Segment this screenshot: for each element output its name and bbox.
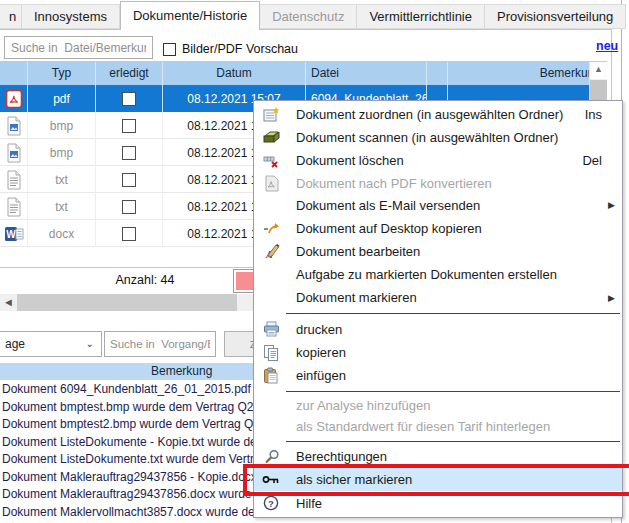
tab-dokumente-historie[interactable]: Dokumente/Historie <box>120 1 260 30</box>
menu-item-dokument-bearbeiten[interactable]: ADokument bearbeiten <box>254 240 622 263</box>
column-header-erledigt[interactable]: erledigt <box>96 62 163 85</box>
tab-innosystems[interactable]: Innosystems <box>22 4 120 29</box>
file-type-label: txt <box>28 166 96 193</box>
menu-item-label: Aufgabe zu markierten Dokumenten erstell… <box>296 267 557 282</box>
menu-item-drucken[interactable]: drucken <box>254 318 622 341</box>
menu-separator <box>286 313 620 314</box>
delete-icon <box>262 152 280 170</box>
menu-item-dokument-l-schen[interactable]: Dokument löschenDel <box>254 149 622 172</box>
history-search-input[interactable] <box>104 331 216 357</box>
column-header-datum[interactable]: Datum <box>163 62 306 85</box>
preview-checkbox-label: Bilder/PDF Vorschau <box>182 42 298 56</box>
column-header-icon[interactable] <box>0 62 28 85</box>
chevron-down-icon: ⌄ <box>86 332 94 356</box>
menu-item-shortcut: Del <box>582 153 602 168</box>
magnifier-icon <box>262 448 280 466</box>
menu-item-dokument-als-e-mail-versenden[interactable]: Dokument als E-Mail versenden▶︎ <box>254 194 622 217</box>
history-filter-dropdown[interactable]: age ⌄ <box>0 331 102 357</box>
copy-icon <box>262 343 280 361</box>
menu-item-label: Dokument markieren <box>296 290 417 305</box>
context-menu: Dokument zuordnen (in ausgewählten Ordne… <box>253 100 623 518</box>
menu-item-aufgabe-zu-markierten-dokumenten-erstellen[interactable]: Aufgabe zu markierten Dokumenten erstell… <box>254 263 622 286</box>
done-checkbox[interactable] <box>122 146 136 160</box>
menu-item-berechtigungen[interactable]: Berechtigungen <box>254 445 622 468</box>
menu-item-label: Dokument nach PDF konvertieren <box>296 176 492 191</box>
menu-item-kopieren[interactable]: kopieren <box>254 341 622 364</box>
menu-separator <box>286 441 620 442</box>
menu-item-dokument-auf-desktop-kopieren[interactable]: Dokument auf Desktop kopieren <box>254 217 622 240</box>
tab-strip: n InnosystemsDokumente/HistorieDatenschu… <box>0 0 629 30</box>
file-type-label: txt <box>28 193 96 220</box>
print-icon <box>262 320 280 338</box>
file-search-input[interactable] <box>4 36 153 59</box>
column-header-datei[interactable]: Datei <box>306 62 427 85</box>
done-checkbox-cell <box>96 112 163 139</box>
scroll-left-icon[interactable]: ◄︎ <box>0 294 17 311</box>
done-checkbox[interactable] <box>122 227 136 241</box>
menu-item-label: Hilfe <box>296 496 322 511</box>
done-checkbox-cell <box>96 85 163 112</box>
svg-text:W: W <box>6 229 16 240</box>
menu-item-zur-analyse-hinzuf-gen: zur Analyse hinzufügen <box>254 395 622 416</box>
menu-item-shortcut: Ins <box>585 107 602 122</box>
menu-item-label: Dokument zuordnen (in ausgewählten Ordne… <box>296 107 563 122</box>
done-checkbox[interactable] <box>122 173 136 187</box>
desktop-copy-icon <box>262 219 280 237</box>
docx-file-icon: W <box>0 220 28 247</box>
scrollbar-thumb[interactable] <box>17 294 237 311</box>
menu-item-hilfe[interactable]: ?Hilfe <box>254 491 622 514</box>
done-checkbox[interactable] <box>122 92 136 106</box>
paste-icon <box>262 366 280 384</box>
file-type-label: bmp <box>28 139 96 166</box>
menu-item-label: kopieren <box>296 345 346 360</box>
menu-item-dokument-zuordnen-in-ausgew-hlten-ordner[interactable]: Dokument zuordnen (in ausgewählten Ordne… <box>254 103 622 126</box>
menu-item-dokument-nach-pdf-konvertieren: Dokument nach PDF konvertieren <box>254 173 622 194</box>
menu-item-dokument-markieren[interactable]: Dokument markieren▶︎ <box>254 286 622 309</box>
menu-item-als-sicher-markieren[interactable]: als sicher markieren <box>254 468 622 491</box>
menu-separator <box>286 391 620 392</box>
tab-provisionsverteilung[interactable]: Provisionsverteilung <box>485 4 626 29</box>
txt-file-icon <box>0 193 28 220</box>
tab-partial[interactable]: n <box>0 4 22 29</box>
bmp-file-icon <box>0 112 28 139</box>
documents-table-header: Typ erledigt Datum Datei Bemerkung <box>0 62 590 85</box>
key-icon <box>262 471 280 489</box>
txt-file-icon <box>0 166 28 193</box>
tab-vermittlerrichtlinie[interactable]: Vermittlerrichtlinie <box>357 4 485 29</box>
menu-item-label: als Standardwert für diesen Tarif hinter… <box>296 419 550 434</box>
menu-item-label: Dokument löschen <box>296 153 404 168</box>
column-header-mini[interactable] <box>427 62 448 85</box>
done-checkbox[interactable] <box>122 119 136 133</box>
frame-border-top <box>0 29 612 30</box>
edit-pencil-icon: A <box>262 243 280 261</box>
done-checkbox-cell <box>96 193 163 220</box>
submenu-arrow-icon: ▶︎ <box>608 200 615 210</box>
new-document-link[interactable]: neu <box>596 39 618 53</box>
tab-datenschutz[interactable]: Datenschutz <box>260 4 357 29</box>
done-checkbox-cell <box>96 139 163 166</box>
pdf-convert-icon <box>262 174 280 192</box>
menu-item-label: Dokument bearbeiten <box>296 244 420 259</box>
scanner-icon <box>262 129 280 147</box>
preview-checkbox[interactable] <box>163 43 176 56</box>
menu-item-label: als sicher markieren <box>296 472 412 487</box>
app-window: n InnosystemsDokumente/HistorieDatenschu… <box>0 0 629 523</box>
menu-item-label: drucken <box>296 322 342 337</box>
svg-text:?: ? <box>268 498 274 509</box>
scroll-up-icon[interactable]: ▲︎ <box>590 62 607 79</box>
submenu-arrow-icon: ▶︎ <box>608 293 615 303</box>
menu-item-label: Berechtigungen <box>296 449 387 464</box>
menu-item-label: Dokument als E-Mail versenden <box>296 198 480 213</box>
column-header-typ[interactable]: Typ <box>28 62 96 85</box>
done-checkbox[interactable] <box>122 200 136 214</box>
column-header-bemerkung[interactable]: Bemerkung <box>448 62 590 85</box>
document-assign-icon <box>262 106 280 124</box>
menu-item-label: zur Analyse hinzufügen <box>296 398 430 413</box>
done-checkbox-cell <box>96 166 163 193</box>
menu-item-einf-gen[interactable]: einfügen <box>254 364 622 387</box>
file-type-label: docx <box>28 220 96 247</box>
file-type-label: bmp <box>28 112 96 139</box>
menu-item-label: einfügen <box>296 368 346 383</box>
column-header-bemerkung: Bemerkung <box>151 364 212 378</box>
menu-item-dokument-scannen-in-ausgew-hlten-ordner[interactable]: Dokument scannen (in ausgewählten Ordner… <box>254 126 622 149</box>
